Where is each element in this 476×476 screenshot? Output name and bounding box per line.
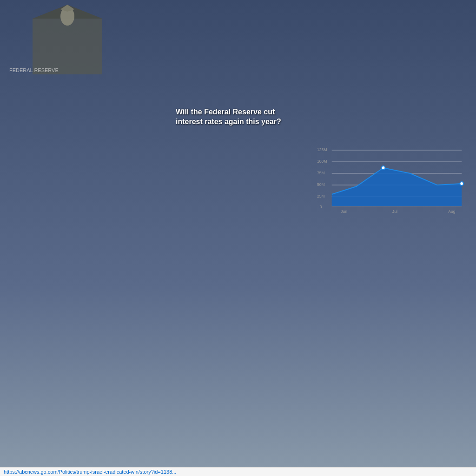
svg-text:Jun: Jun	[341, 209, 347, 214]
svg-marker-29	[332, 168, 462, 206]
second-video-column: FEDERAL RESERVE Will the Federal Reserve…	[169, 40, 304, 475]
svg-text:75M: 75M	[317, 171, 325, 175]
svg-text:Aug: Aug	[448, 209, 456, 214]
svg-text:100M: 100M	[317, 159, 327, 164]
sw-chart: 125M 100M 75M 50M 25M 0	[316, 145, 464, 215]
svg-point-31	[460, 182, 463, 185]
svg-text:25M: 25M	[317, 194, 325, 198]
second-video-caption: Will the Federal Reserve cut interest ra…	[176, 107, 297, 127]
svg-text:125M: 125M	[317, 147, 327, 152]
svg-rect-11	[169, 40, 304, 475]
status-bar: https://abcnews.go.com/Politics/trump-is…	[0, 467, 476, 476]
svg-text:Jul: Jul	[392, 209, 397, 214]
main-layout: Postmaster general rejects Trump ballot …	[0, 40, 476, 475]
svg-point-30	[382, 166, 385, 170]
second-video-thumb[interactable]: FEDERAL RESERVE Will the Federal Reserve…	[169, 40, 304, 133]
svg-text:50M: 50M	[317, 182, 325, 187]
svg-text:0: 0	[320, 205, 322, 209]
